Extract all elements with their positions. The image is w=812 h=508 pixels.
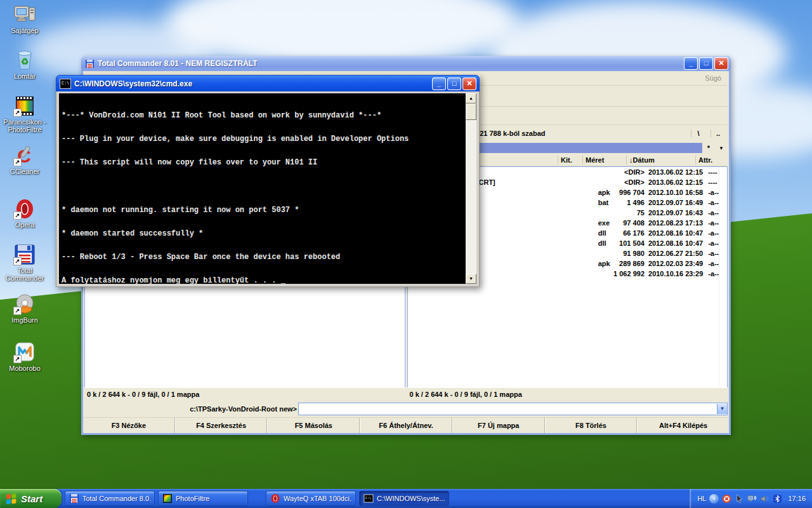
console-output[interactable]: *---* VonDroid.com N101 II Root Tool bas… [59,93,466,284]
moborobo-icon: ↗ [13,342,36,363]
start-button[interactable]: Start [0,489,62,508]
taskbar-item-cmd[interactable]: C:\ C:\WINDOWS\syste... [359,491,449,506]
cmd-body: *---* VonDroid.com N101 II Root Tool bas… [56,91,480,287]
desktop-icon-label: Total Commander [0,267,52,282]
desktop-icon-label: Opera [0,221,52,229]
cmd-window: C:\ C:\WINDOWS\system32\cmd.exe _ □ ✕ *-… [56,75,480,287]
console-line: * daemon started successfully * [62,230,465,237]
f6-move-button[interactable]: F6 Áthely/Átnev. [360,418,452,433]
tray-chevron-icon[interactable]: ‹ [709,494,719,504]
desktop-icon-recycle-bin[interactable]: ♻ Lomtár [0,50,52,80]
tc-app-icon [85,59,95,69]
desktop-icon-moborobo[interactable]: ↗ Moborobo [0,342,52,372]
column-header-date[interactable]: ↓Dátum [626,156,695,164]
desktop-icon-label: Lomtár [0,72,52,80]
tc-function-key-bar: F3 Nézőke F4 Szerkesztés F5 Másolás F6 Á… [83,417,729,433]
tray-bluetooth-icon[interactable] [773,494,782,504]
tc-command-line-row: c:\TPSarky-VonDroid-Root new> ▼ [83,401,729,417]
taskbar-item-total-commander[interactable]: Total Commander 8.0... [65,491,155,506]
shortcut-arrow-icon: ↗ [13,109,22,117]
shortcut-arrow-icon: ↗ [13,307,22,315]
tc-maximize-button[interactable]: □ [699,57,713,70]
shortcut-arrow-icon: ↗ [13,355,22,363]
desktop-icon-ccleaner[interactable]: C ↗ CCleaner [0,145,52,175]
root-dir-button[interactable]: \ [691,130,705,137]
scroll-up-icon[interactable]: ▲ [466,93,476,104]
scrollbar-thumb[interactable] [466,104,476,120]
photofiltre-icon: ↗ [13,95,36,117]
desktop-icon-label: Sajátgép [0,27,52,34]
total-commander-icon: ↗ [13,244,36,265]
svg-text:C:\: C:\ [365,496,371,500]
column-header-size[interactable]: Méret [582,156,626,164]
ccleaner-icon: C ↗ [13,145,36,166]
command-line-prompt: c:\TPSarky-VonDroid-Root new> [83,405,297,413]
cmd-titlebar[interactable]: C:\ C:\WINDOWS\system32\cmd.exe _ □ ✕ [56,75,480,92]
desktop-icon-label: Parancsikon - PhotoFiltre [0,118,52,133]
f4-edit-button[interactable]: F4 Szerkesztés [175,418,268,433]
system-tray: HL ‹ 17:16 [689,489,812,508]
console-line: --- This script will now copy files over… [62,159,465,166]
console-line: --- Reboot 1/3 - Press Space Bar once th… [62,253,465,261]
tray-cursor-icon[interactable] [735,494,744,504]
desktop-icon-label: CCleaner [0,168,52,175]
console-line: --- Plug in your device, make sure debug… [62,135,465,143]
console-line: *---* VonDroid.com N101 II Root Tool bas… [62,112,465,119]
language-indicator[interactable]: HL [697,495,706,502]
parent-dir-button[interactable]: .. [710,130,725,137]
altf4-exit-button[interactable]: Alt+F4 Kilépés [637,418,729,433]
select-all-button[interactable]: * [702,144,715,152]
console-line [62,182,465,190]
taskbar-clock[interactable]: 17:16 [788,495,806,502]
tc-minimize-button[interactable]: _ [684,57,698,70]
shortcut-arrow-icon: ↗ [13,211,22,220]
windows-flag-icon [5,492,18,505]
taskbar-item-wayteq[interactable]: WayteQ xTAB 100dci... [266,491,356,506]
recycle-bin-icon: ♻ [13,50,36,71]
tc-close-button[interactable]: ✕ [714,57,728,70]
opera-icon [270,493,280,504]
desktop-icon-opera[interactable]: ↗ Opera [0,198,52,229]
console-line: * daemon not running. starting it now on… [62,206,465,214]
taskbar-item-photofiltre[interactable]: PhotoFiltre [158,491,248,506]
desktop-icon-label: Moborobo [0,364,52,372]
right-panel-status: 0 k / 2 644 k - 0 / 9 fájl, 0 / 1 mappa [407,387,728,401]
f8-delete-button[interactable]: F8 Törlés [545,418,638,433]
tray-display-icon[interactable] [747,494,757,504]
f5-copy-button[interactable]: F5 Másolás [267,418,360,433]
tray-red-x-icon[interactable] [722,494,731,504]
svg-text:♻: ♻ [21,57,29,67]
cmd-maximize-button[interactable]: □ [447,77,461,90]
tray-volume-icon[interactable] [760,494,769,504]
cmd-minimize-button[interactable]: _ [432,77,446,90]
file-list-scrollbar[interactable] [719,167,727,387]
desktop-icon-my-computer[interactable]: Sajátgép [0,4,52,34]
desktop-icon-imgburn[interactable]: ↗ ImgBurn [0,293,52,324]
console-line: A folytatáshoz nyomjon meg egy billentyű… [62,277,465,284]
desktop-icon-label: ImgBurn [0,316,52,324]
left-panel-status: 0 k / 2 644 k - 0 / 9 fájl, 0 / 1 mappa [84,387,405,401]
f3-view-button[interactable]: F3 Nézőke [83,418,175,433]
shortcut-arrow-icon: ↗ [13,158,22,166]
column-header-ext[interactable]: Kit. [558,156,582,164]
cmd-close-button[interactable]: ✕ [462,77,476,90]
column-header-attr[interactable]: Attr. [695,156,728,164]
command-history-dropdown-icon[interactable]: ▼ [717,404,727,414]
cmd-window-title: C:\WINDOWS\system32\cmd.exe [74,79,431,88]
desktop-icon-total-commander[interactable]: ↗ Total Commander [0,244,52,282]
scroll-down-icon[interactable]: ▼ [466,274,476,284]
tc-menu-help[interactable]: Súgó [705,74,721,82]
shortcut-arrow-icon: ↗ [13,257,22,265]
console-icon: C:\ [60,79,71,89]
history-dropdown-button[interactable]: ▼ [715,145,728,151]
start-label: Start [21,493,43,504]
console-icon: C:\ [363,493,374,504]
desktop: Sajátgép ♻ Lomtár ↗ Parancsikon - PhotoF… [0,0,812,508]
tc-titlebar[interactable]: Total Commander 8.01 - NEM REGISZTRÁLT _… [81,56,731,71]
desktop-icon-photofiltre[interactable]: ↗ Parancsikon - PhotoFiltre [0,95,52,133]
f7-newfolder-button[interactable]: F7 Új mappa [452,418,545,433]
command-line-input[interactable] [299,404,717,414]
tc-window-title: Total Commander 8.01 - NEM REGISZTRÁLT [98,59,683,68]
console-scrollbar[interactable]: ▲ ▼ [466,93,476,284]
command-line-combo: ▼ [298,403,728,415]
